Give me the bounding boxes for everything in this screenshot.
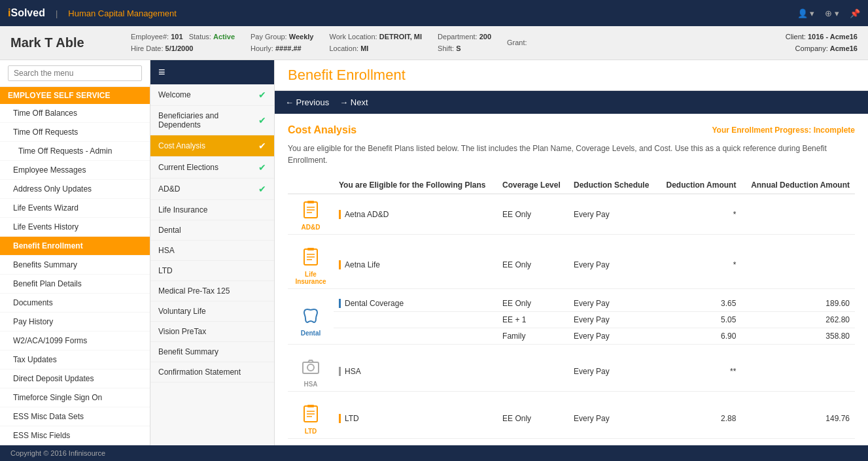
shift: S <box>456 44 460 52</box>
annual-amount <box>741 241 855 289</box>
deduction-amount: 6.90 <box>658 328 742 345</box>
enrollment-status: Incomplete <box>814 126 855 135</box>
nav-item[interactable]: Life Insurance <box>150 200 274 220</box>
plan-icon-cell: Life Insurance <box>288 241 334 289</box>
sidebar-item[interactable]: ESS Misc Data Sets <box>0 407 150 426</box>
sidebar-item[interactable]: Documents <box>0 294 150 313</box>
nav-item[interactable]: Benefit Summary <box>150 342 274 362</box>
user-menu[interactable]: 👤 ▾ <box>797 9 815 18</box>
nav-item[interactable]: Beneficiaries and Dependents✔ <box>150 106 274 135</box>
col-plan: You are Eligible for the Following Plans <box>334 177 497 194</box>
col-deduction: Deduction Amount <box>658 177 742 194</box>
top-bar: iSolved | Human Capital Management 👤 ▾ ⊕… <box>0 0 868 26</box>
nav-items: Welcome✔Beneficiaries and Dependents✔Cos… <box>150 84 274 383</box>
sidebar-item[interactable]: Benefits Summary <box>0 256 150 275</box>
pin-button[interactable]: 📌 <box>850 9 860 18</box>
plan-icon-label: Life Insurance <box>293 271 328 285</box>
table-row: DentalDental CoverageEE OnlyEvery Pay3.6… <box>288 296 855 312</box>
app-title: Human Capital Management <box>68 9 176 18</box>
plan-icon-label: AD&D <box>293 224 328 231</box>
sidebar-item[interactable]: Direct Deposit Updates <box>0 369 150 388</box>
annual-amount <box>741 194 855 235</box>
enrollment-progress: Your Enrollment Progress: Incomplete <box>712 126 855 135</box>
page-title: Benefit Enrollment <box>288 67 855 84</box>
nav-item-label: Confirmation Statement <box>158 367 241 377</box>
grant-label: Grant: <box>507 39 527 46</box>
annual-amount: 262.80 <box>741 312 855 328</box>
nav-item[interactable]: Cost Analysis✔ <box>150 135 274 157</box>
svg-rect-6 <box>307 248 314 250</box>
sidebar-item[interactable]: ESS Misc Fields <box>0 426 150 445</box>
plan-icon-label: LTD <box>293 428 328 435</box>
annual-amount: 189.60 <box>741 296 855 312</box>
sidebar-item[interactable]: Time Off Balances <box>0 104 150 123</box>
nav-item[interactable]: LTD <box>150 261 274 281</box>
deduction-amount: 5.05 <box>658 312 742 328</box>
table-row: FamilyEvery Pay6.90358.80 <box>288 328 855 345</box>
footer: Copyright © 2016 Infinisource <box>0 445 868 461</box>
sidebar-item[interactable]: Time Off Requests - Admin <box>0 142 150 161</box>
nav-item-label: Cost Analysis <box>158 141 205 150</box>
table-row: HSAHSAEvery Pay** <box>288 351 855 392</box>
sidebar-item[interactable]: Life Events Wizard <box>0 199 150 218</box>
coverage-level: EE Only <box>497 398 568 439</box>
sidebar-item[interactable]: Timeforce Single Sign On <box>0 388 150 407</box>
nav-item[interactable]: HSA <box>150 241 274 261</box>
nav-item-label: Welcome <box>158 90 191 99</box>
nav-item-label: Vision PreTax <box>158 327 206 336</box>
plan-icon-cell: AD&D <box>288 194 334 235</box>
benefits-tbody: AD&DAetna AD&DEE OnlyEvery Pay* Life Ins… <box>288 194 855 446</box>
next-button[interactable]: → Next <box>339 97 368 107</box>
svg-point-11 <box>307 364 314 371</box>
nav-item[interactable]: Confirmation Statement <box>150 362 274 383</box>
employee-meta-5: Grant: <box>507 37 527 49</box>
client-info: Client: 1016 - Acme16 Company: Acme16 <box>786 31 858 54</box>
nav-item[interactable]: Medical Pre-Tax 125 <box>150 281 274 301</box>
emp-number: 101 <box>171 33 182 41</box>
sidebar-item[interactable]: Life Events History <box>0 218 150 237</box>
employee-meta-4: Department: 200 Shift: S <box>438 31 491 54</box>
sidebar-item[interactable]: Benefit Enrollment <box>0 237 150 256</box>
deduction-schedule: Every Pay <box>568 328 658 345</box>
search-input[interactable] <box>8 65 142 81</box>
coverage-level: EE + 1 <box>497 312 568 328</box>
employee-header: Mark T Able Employee#: 101 Status: Activ… <box>0 26 868 60</box>
hamburger-icon[interactable]: ≡ <box>158 65 165 79</box>
cost-analysis-title: Cost Analysis <box>288 124 356 136</box>
deduction-schedule: Every Pay <box>568 312 658 328</box>
coverage-level: EE Only <box>497 194 568 235</box>
nav-item[interactable]: Voluntary Life <box>150 301 274 322</box>
plan-name-text: HSA <box>339 367 361 376</box>
plan-icon-cell: Dental <box>288 296 334 345</box>
sidebar-item[interactable]: Pay History <box>0 313 150 332</box>
sidebar-item[interactable]: W2/ACA/1099 Forms <box>0 332 150 350</box>
sidebar-item[interactable]: Benefit Plan Details <box>0 275 150 294</box>
work-location-label: Work Location: <box>329 33 377 41</box>
prev-button[interactable]: ← Previous <box>285 97 329 107</box>
deduction-schedule: Every Pay <box>568 351 658 392</box>
sidebar-item[interactable]: Tax Updates <box>0 350 150 369</box>
cost-description: You are eligible for the Benefit Plans l… <box>288 143 855 166</box>
table-row: AD&DAetna AD&DEE OnlyEvery Pay* <box>288 194 855 235</box>
spacer-row <box>288 289 855 296</box>
table-row: Life InsuranceAetna LifeEE OnlyEvery Pay… <box>288 241 855 289</box>
deduction-amount: * <box>658 241 742 289</box>
deduction-amount: 2.88 <box>658 398 742 439</box>
sidebar-item[interactable]: Employee Messages <box>0 161 150 180</box>
nav-item[interactable]: Vision PreTax <box>150 322 274 342</box>
coverage-level <box>497 351 568 392</box>
info-menu[interactable]: ⊕ ▾ <box>825 9 839 18</box>
sidebar-item[interactable]: Time Off Requests <box>0 123 150 142</box>
coverage-level: EE Only <box>497 296 568 312</box>
annual-amount: 358.80 <box>741 328 855 345</box>
sidebar-item[interactable]: Address Only Updates <box>0 180 150 199</box>
nav-item[interactable]: Welcome✔ <box>150 84 274 106</box>
work-location: DETROIT, MI <box>379 33 422 41</box>
nav-item-label: LTD <box>158 266 173 275</box>
nav-item[interactable]: Current Elections✔ <box>150 157 274 179</box>
nav-item[interactable]: Dental <box>150 220 274 241</box>
nav-item[interactable]: AD&D✔ <box>150 179 274 200</box>
emp-number-label: Employee#: <box>131 33 169 41</box>
pay-group-label: Pay Group: <box>251 33 287 41</box>
plan-icon <box>298 245 323 269</box>
